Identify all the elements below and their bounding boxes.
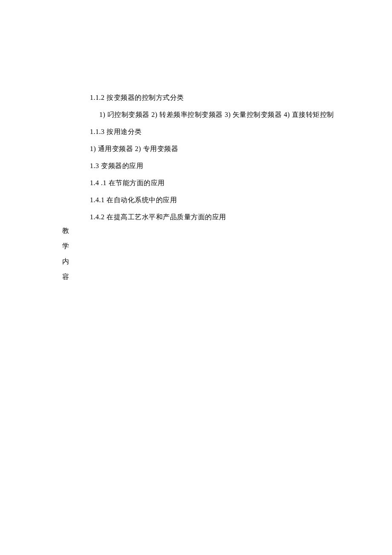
vertical-label: 教 学 内 容 [62, 223, 69, 285]
vertical-char-1: 教 [62, 223, 69, 238]
list-items-usage: 1) 通用变频器 2) 专用变频器 [90, 140, 334, 157]
heading-1-1-3: 1.1.3 按用途分类 [90, 123, 334, 140]
vertical-char-3: 内 [62, 254, 69, 269]
heading-1-4-1: 1.4.1 在自动化系统中的应用 [90, 192, 334, 209]
list-items-control: 1) 叼控制变频器 2) 转差频率控制变频器 3) 矢量控制变频器 4) 直接转… [90, 106, 334, 123]
heading-1-4-2: 1.4.2 在提高工艺水平和产品质量方面的应用 [90, 209, 334, 226]
heading-1-4: 1.4 .1 在节能方面的应用 [90, 174, 334, 192]
vertical-char-4: 容 [62, 269, 69, 285]
content-block: 1.1.2 按变频器的控制方式分类 1) 叼控制变频器 2) 转差频率控制变频器… [90, 89, 334, 226]
heading-1-3: 1.3 变频器的应用 [90, 157, 334, 174]
heading-1-1-2: 1.1.2 按变频器的控制方式分类 [90, 89, 334, 106]
vertical-char-2: 学 [62, 238, 69, 254]
